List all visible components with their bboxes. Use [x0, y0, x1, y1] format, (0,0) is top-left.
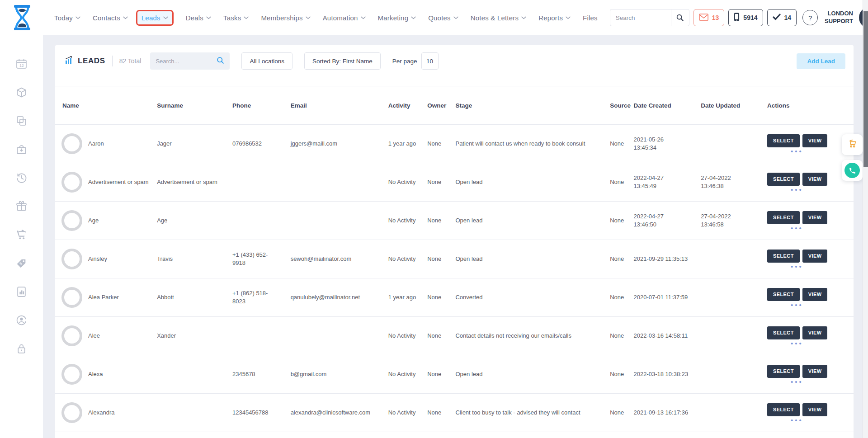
row-more-button[interactable]: •••	[767, 188, 827, 192]
row-more-button[interactable]: •••	[767, 341, 827, 346]
per-page-input[interactable]	[422, 53, 438, 69]
cell-date-updated	[701, 394, 767, 432]
report-icon[interactable]	[15, 286, 28, 298]
nav-item-marketing[interactable]: Marketing	[378, 14, 416, 22]
location-filter[interactable]: All Locations	[241, 52, 292, 70]
scrollbar-track	[863, 0, 868, 438]
view-button[interactable]: VIEW	[802, 403, 828, 416]
nav-item-reports[interactable]: Reports	[538, 14, 571, 22]
select-button[interactable]: SELECT	[767, 288, 800, 301]
row-more-button[interactable]: •••	[767, 226, 827, 231]
nav-item-contacts[interactable]: Contacts	[93, 14, 128, 22]
leads-search-input[interactable]	[156, 58, 217, 65]
chevron-down-icon	[566, 16, 571, 19]
sort-filter[interactable]: Sorted By: First Name	[304, 52, 381, 70]
cell-actions: SELECTVIEW•••	[767, 163, 854, 202]
cart-icon[interactable]	[15, 229, 28, 241]
column-header-actions: Actions	[767, 86, 854, 125]
messages-badge[interactable]: 13	[693, 9, 725, 26]
column-header-activity: Activity	[388, 86, 427, 125]
nav-item-label: Notes & Letters	[471, 14, 519, 22]
select-button[interactable]: SELECT	[767, 403, 800, 416]
cell-source: None	[610, 202, 633, 240]
nav-item-memberships[interactable]: Memberships	[261, 14, 310, 22]
row-more-button[interactable]: •••	[767, 149, 827, 154]
nav-item-label: Tasks	[223, 14, 241, 22]
floating-call-button[interactable]	[842, 160, 863, 181]
row-more-button[interactable]: •••	[767, 264, 827, 269]
cell-date-updated	[701, 355, 767, 394]
nav-item-tasks[interactable]: Tasks	[223, 14, 249, 22]
nav-item-files[interactable]: Files	[583, 14, 598, 22]
cell-date-created: 2021-05-26 13:45:34	[633, 125, 701, 163]
nav-item-notes-letters[interactable]: Notes & Letters	[471, 14, 526, 22]
row-more-button[interactable]: •••	[767, 380, 827, 384]
cell-stage: Open lead	[455, 240, 610, 278]
lead-name: Advertisement or spam	[88, 178, 149, 186]
lead-name: Age	[88, 217, 99, 225]
search-icon[interactable]	[671, 9, 689, 26]
table-row: AgeAgeNo ActivityNoneOpen leadNone2022-0…	[55, 202, 854, 240]
global-search-input[interactable]	[610, 14, 671, 21]
help-button[interactable]: ?	[802, 10, 818, 25]
cell-owner: None	[427, 163, 455, 202]
select-button[interactable]: SELECT	[767, 250, 800, 263]
cell-owner: None	[427, 355, 455, 394]
select-button[interactable]: SELECT	[767, 134, 800, 147]
cell-owner: None	[427, 394, 455, 432]
cell-activity: 1 year ago	[388, 278, 427, 317]
cell-activity: No Activity	[388, 432, 427, 438]
bag-icon[interactable]	[15, 143, 28, 155]
nav-item-deals[interactable]: Deals	[186, 14, 211, 22]
leads-search	[150, 52, 230, 70]
cell-stage: Converted	[455, 278, 610, 317]
tasks-badge[interactable]: 14	[767, 9, 797, 26]
calendar-icon[interactable]: 12	[15, 58, 28, 70]
calls-badge[interactable]: 5914	[728, 9, 763, 26]
view-button[interactable]: VIEW	[802, 365, 828, 378]
lock-icon[interactable]	[15, 343, 28, 355]
nav-item-automation[interactable]: Automation	[323, 14, 366, 22]
select-button[interactable]: SELECT	[767, 211, 800, 224]
row-more-button[interactable]: •••	[767, 418, 827, 423]
row-more-button[interactable]: •••	[767, 303, 827, 307]
leads-toolbar: LEADS 82 Total All Locations Sorted By: …	[55, 45, 854, 77]
select-button[interactable]: SELECT	[767, 326, 800, 339]
copy-icon[interactable]	[15, 115, 28, 127]
price-tag-icon[interactable]: $	[15, 257, 28, 269]
history-icon[interactable]	[15, 172, 28, 184]
view-button[interactable]: VIEW	[802, 134, 828, 147]
view-button[interactable]: VIEW	[802, 211, 828, 224]
nav-item-leads[interactable]: Leads	[136, 10, 174, 26]
table-header-row: NameSurnamePhoneEmailActivityOwnerStageS…	[55, 86, 854, 125]
app-logo-icon[interactable]	[11, 4, 33, 31]
view-button[interactable]: VIEW	[802, 288, 828, 301]
cell-phone	[232, 317, 291, 355]
cell-owner: None	[427, 317, 455, 355]
view-button[interactable]: VIEW	[802, 173, 828, 186]
cell-actions: SELECTVIEW•••	[767, 317, 854, 355]
search-icon[interactable]	[217, 57, 224, 66]
gift-icon[interactable]	[15, 200, 28, 212]
cell-surname: Travis	[157, 240, 232, 278]
floating-cart-button[interactable]	[842, 134, 863, 155]
nav-item-quotes[interactable]: Quotes	[428, 14, 458, 22]
cell-source: None	[610, 355, 633, 394]
nav-item-label: Automation	[323, 14, 358, 22]
view-button[interactable]: VIEW	[802, 250, 828, 263]
package-icon[interactable]	[15, 86, 28, 99]
account-icon[interactable]	[15, 314, 28, 326]
add-lead-button[interactable]: Add Lead	[797, 53, 845, 69]
select-button[interactable]: SELECT	[767, 173, 800, 186]
nav-item-today[interactable]: Today	[54, 14, 80, 22]
nav-item-label: Files	[583, 14, 598, 22]
calls-count: 5914	[743, 14, 757, 21]
scrollbar-thumb[interactable]	[863, 11, 868, 167]
chevron-down-icon	[306, 16, 311, 19]
view-button[interactable]: VIEW	[802, 326, 828, 339]
select-button[interactable]: SELECT	[767, 365, 800, 378]
cell-activity: No Activity	[388, 202, 427, 240]
avatar	[61, 210, 82, 231]
per-page-label: Per page	[392, 58, 417, 65]
cell-name: Alexandra	[55, 432, 157, 438]
